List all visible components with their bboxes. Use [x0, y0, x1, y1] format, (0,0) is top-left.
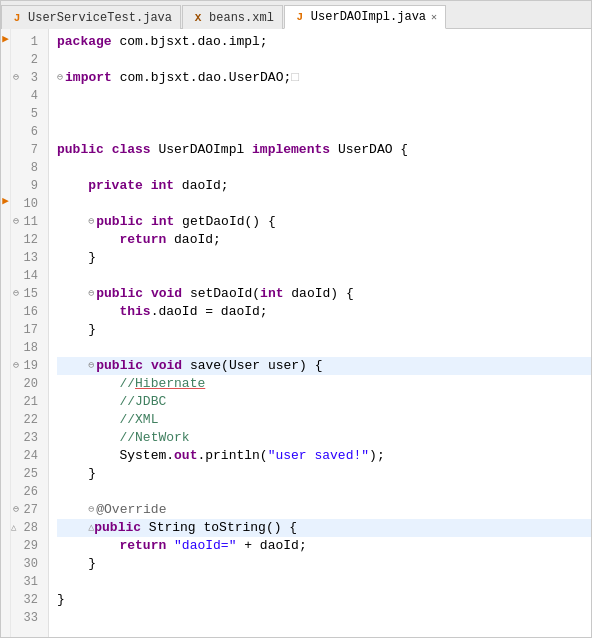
token-sp29 [166, 537, 174, 555]
ln-12: 12 [15, 231, 42, 249]
ln-15: 15 [15, 285, 42, 303]
token-concat29: + daoId; [236, 537, 306, 555]
ln-26: 26 [15, 483, 42, 501]
code-line-13: } [57, 249, 591, 267]
ln-9: 9 [15, 177, 42, 195]
xml-file-icon: X [191, 11, 205, 25]
code-line-19: ⊖public void save(User user) { [57, 357, 591, 375]
ln-22: 22 [15, 411, 42, 429]
java-file-icon-active: J [293, 10, 307, 24]
token-setdaoid: setDaoId( [182, 285, 260, 303]
code-area: ▶ ▶ 1 2 3 4 5 6 7 8 9 10 11 12 13 14 [1, 29, 591, 637]
token-int9: int [151, 177, 174, 195]
ln-4: 4 [15, 87, 42, 105]
indent-23 [57, 429, 119, 447]
code-line-14 [57, 267, 591, 285]
tab-label: UserDAOImpl.java [311, 10, 426, 24]
tab-beansxml[interactable]: X beans.xml [182, 5, 283, 29]
token-public7: public [57, 141, 104, 159]
code-line-12: return daoId; [57, 231, 591, 249]
ln-11: 11 [15, 213, 42, 231]
token-comment21: //JDBC [119, 393, 166, 411]
token-comment20a: // [119, 375, 135, 393]
tab-bar: J UserServiceTest.java X beans.xml J Use… [1, 1, 591, 29]
ln-3: 3 [15, 69, 42, 87]
indent-28 [57, 519, 88, 537]
ln-2: 2 [15, 51, 42, 69]
token-public15: public [96, 285, 143, 303]
code-line-16: this.daoId = daoId; [57, 303, 591, 321]
token-class: class [112, 141, 151, 159]
code-line-23: //NetWork [57, 429, 591, 447]
ln-1: 1 [15, 33, 42, 51]
fold-15[interactable]: ⊖ [88, 285, 94, 303]
indent-29 [57, 537, 119, 555]
margin-20 [1, 47, 10, 65]
token-implements: implements [252, 141, 330, 159]
code-line-5 [57, 105, 591, 123]
ln-13: 13 [15, 249, 42, 267]
margin-28: ▶ [1, 191, 10, 209]
token-pkg: com.bjsxt.dao.impl; [112, 33, 268, 51]
margin-23 [1, 101, 10, 119]
fold-11[interactable]: ⊖ [88, 213, 94, 231]
java-file-icon: J [10, 11, 24, 25]
token-close13: } [88, 249, 96, 267]
code-line-25: } [57, 465, 591, 483]
token-close32: } [57, 591, 65, 609]
code-line-8 [57, 159, 591, 177]
ln-10: 10 [15, 195, 42, 213]
code-line-11: ⊖public int getDaoId() { [57, 213, 591, 231]
margin-26 [1, 155, 10, 173]
token-package: package [57, 33, 112, 51]
token-println: .println( [197, 447, 267, 465]
ln-14: 14 [15, 267, 42, 285]
fold-19[interactable]: ⊖ [88, 357, 94, 375]
ln-32: 32 [15, 591, 42, 609]
token-end24: ); [369, 447, 385, 465]
indent-22 [57, 411, 119, 429]
code-line-21: //JDBC [57, 393, 591, 411]
indent-30 [57, 555, 88, 573]
code-line-31 [57, 573, 591, 591]
token-public11: public [96, 213, 143, 231]
token-return12: return [119, 231, 166, 249]
margin-21 [1, 65, 10, 83]
indent-11 [57, 213, 88, 231]
token-setparam: daoId) { [284, 285, 354, 303]
token-sp11 [143, 213, 151, 231]
tab-userdaoimpl[interactable]: J UserDAOImpl.java ✕ [284, 5, 446, 29]
code-line-15: ⊖public void setDaoId(int daoId) { [57, 285, 591, 303]
token-close17: } [88, 321, 96, 339]
ln-16: 16 [15, 303, 42, 321]
token-public19: public [96, 357, 143, 375]
tab-userservicetest[interactable]: J UserServiceTest.java [1, 5, 181, 29]
tab-close-icon[interactable]: ✕ [431, 11, 437, 23]
token-importpath: com.bjsxt.dao.UserDAO; [112, 69, 291, 87]
debug-arrow-19: ▶ [2, 32, 9, 45]
ln-8: 8 [15, 159, 42, 177]
fold-27[interactable]: ⊖ [88, 501, 94, 519]
code-line-7: public class UserDAOImpl implements User… [57, 141, 591, 159]
token-save: save(User user) { [182, 357, 322, 375]
token-public28: public [94, 519, 141, 537]
token-system: System. [119, 447, 174, 465]
debug-arrow-28: ▶ [2, 194, 9, 207]
code-content[interactable]: package com.bjsxt.dao.impl; ⊖import com.… [49, 29, 591, 637]
ln-19: 19 [15, 357, 42, 375]
token-import: import [65, 69, 112, 87]
ln-33: 33 [15, 609, 42, 627]
code-line-2 [57, 51, 591, 69]
fold-3[interactable]: ⊖ [57, 69, 63, 87]
token-out: out [174, 447, 197, 465]
indent-25 [57, 465, 88, 483]
token-sp19 [143, 357, 151, 375]
tab-label: beans.xml [209, 11, 274, 25]
indent-9 [57, 177, 88, 195]
token-daoid9: daoId; [174, 177, 229, 195]
ln-17: 17 [15, 321, 42, 339]
ln-20: 20 [15, 375, 42, 393]
code-line-17: } [57, 321, 591, 339]
code-line-6 [57, 123, 591, 141]
token-void15: void [151, 285, 182, 303]
